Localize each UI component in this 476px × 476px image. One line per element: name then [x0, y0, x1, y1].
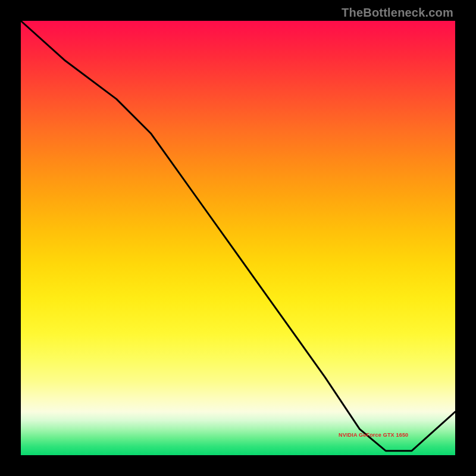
plot-area: NVIDIA GeForce GTX 1650: [21, 21, 455, 455]
chart-frame: TheBottleneck.com NVIDIA GeForce GTX 165…: [0, 0, 476, 476]
watermark-text: TheBottleneck.com: [342, 6, 453, 20]
bottleneck-curve-line: [21, 21, 455, 451]
gpu-annotation-label: NVIDIA GeForce GTX 1650: [339, 432, 408, 438]
line-chart-svg: [21, 21, 455, 455]
